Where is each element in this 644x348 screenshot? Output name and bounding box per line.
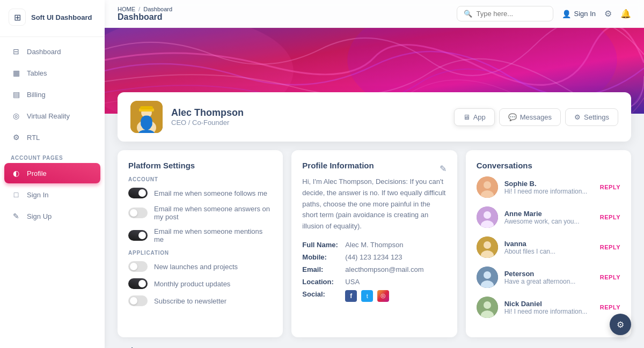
sign-in-button[interactable]: 👤 Sign In (562, 10, 596, 18)
edit-profile-icon[interactable]: ✎ (440, 164, 447, 174)
info-row-social: Social: f t ◎ (302, 290, 446, 302)
info-row-fullname: Full Name: Alec M. Thompson (302, 241, 446, 249)
profile-bio: Hi, I'm Alec Thompson, Decisions: If you… (302, 176, 446, 232)
toggle-launches-label: New launches and projects (154, 263, 238, 271)
vr-icon: ◎ (11, 110, 21, 121)
social-icons: f t ◎ (345, 290, 389, 302)
reply-button-ivanna[interactable]: REPLY (600, 244, 620, 250)
dashboard-icon: ⊟ (11, 46, 21, 57)
sidebar-item-rtl[interactable]: ⚙ RTL (4, 127, 100, 147)
tab-settings-icon: ⚙ (574, 113, 581, 121)
user-icon: 👤 (562, 10, 571, 18)
rtl-icon: ⚙ (11, 132, 21, 143)
conv-preview-sophie: Hi! I need more information... (504, 188, 594, 195)
notifications-icon[interactable]: 🔔 (620, 9, 631, 19)
tab-app-label: App (473, 113, 486, 121)
topbar-right: 🔍 👤 Sign In ⚙ 🔔 (457, 6, 631, 21)
conversations-card: Conversations Sophie B. Hi! I need more … (466, 150, 631, 337)
conversation-item: Anne Marie Awesome work, can you... REPL… (477, 206, 620, 228)
info-label-social: Social: (302, 290, 345, 302)
reply-button-peterson[interactable]: REPLY (600, 274, 620, 280)
account-label: ACCOUNT (128, 176, 272, 182)
sidebar-item-label: Tables (27, 69, 47, 77)
info-row-mobile: Mobile: (44) 123 1234 123 (302, 253, 446, 261)
toggle-launches[interactable] (128, 261, 148, 272)
toggle-row-newsletter: Subscribe to newsletter (128, 295, 272, 306)
tab-settings[interactable]: ⚙ Settings (565, 108, 618, 126)
tab-app[interactable]: 🖥 App (454, 108, 495, 126)
sidebar-item-profile[interactable]: ◐ Profile (4, 163, 100, 183)
conv-preview-ivanna: About files I can... (504, 248, 594, 255)
tables-icon: ▦ (11, 68, 21, 78)
toggle-row-updates: Monthly product updates (128, 278, 272, 289)
signin-icon: □ (11, 189, 21, 200)
reply-button-anne[interactable]: REPLY (600, 214, 620, 220)
conv-info-sophie: Sophie B. Hi! I need more information... (504, 180, 594, 195)
sidebar-item-signin[interactable]: □ Sign In (4, 184, 100, 205)
sidebar-item-billing[interactable]: ▤ Billing (4, 84, 100, 105)
svg-point-5 (137, 120, 156, 133)
toggle-newsletter-label: Subscribe to newsletter (154, 297, 226, 305)
conv-avatar-nick (477, 297, 498, 318)
conv-name-peterson: Peterson (504, 270, 594, 278)
reply-button-nick[interactable]: REPLY (600, 304, 620, 310)
reply-button-sophie[interactable]: REPLY (600, 184, 620, 190)
facebook-icon[interactable]: f (345, 290, 357, 302)
breadcrumb: HOME / Dashboard Dashboard (118, 6, 172, 22)
brand-name: Soft UI Dashboard (31, 13, 92, 21)
sidebar-item-label: Sign In (27, 191, 48, 199)
projects-title: Projects (118, 346, 631, 348)
toggle-row-launches: New launches and projects (128, 261, 272, 272)
toggle-mentions[interactable] (128, 230, 148, 241)
conv-preview-peterson: Have a great afternoon... (504, 278, 594, 285)
billing-icon: ▤ (11, 89, 21, 100)
breadcrumb-current: Dashboard (143, 6, 172, 12)
profile-information-card: Profile Information ✎ Hi, I'm Alec Thomp… (291, 150, 457, 337)
sidebar-item-dashboard[interactable]: ⊟ Dashboard (4, 41, 100, 62)
toggle-row-mentions: Email me when someone mentions me (128, 227, 272, 243)
messages-icon: 💬 (508, 113, 517, 121)
profile-name: Alec Thompson (171, 107, 445, 119)
toggle-follows[interactable] (128, 188, 148, 198)
content-area: Alec Thompson CEO / Co-Founder 🖥 App 💬 M… (105, 28, 644, 348)
settings-fab-button[interactable]: ⚙ (610, 314, 631, 335)
brand-icon: ⊞ (9, 9, 26, 26)
sidebar-item-virtual-reality[interactable]: ◎ Virtual Reality (4, 106, 100, 126)
main-content: HOME / Dashboard Dashboard 🔍 👤 Sign In ⚙… (105, 0, 644, 348)
profile-icon: ◐ (11, 168, 21, 179)
tab-settings-label: Settings (584, 113, 609, 121)
conv-avatar-sophie (477, 176, 498, 198)
search-box[interactable]: 🔍 (457, 6, 553, 21)
svg-point-21 (484, 301, 491, 309)
conv-avatar-anne (477, 206, 498, 228)
sidebar-item-label: Sign Up (27, 212, 52, 220)
info-label-location: Location: (302, 278, 345, 286)
sidebar-item-signup[interactable]: ✎ Sign Up (4, 206, 100, 226)
settings-icon[interactable]: ⚙ (604, 9, 612, 19)
conv-preview-nick: Hi! I need more information... (504, 308, 594, 315)
instagram-icon[interactable]: ◎ (377, 290, 389, 302)
tab-messages[interactable]: 💬 Messages (499, 108, 561, 126)
sidebar-item-tables[interactable]: ▦ Tables (4, 63, 100, 83)
twitter-icon[interactable]: t (361, 290, 373, 302)
toggle-newsletter[interactable] (128, 295, 148, 306)
profile-card: Alec Thompson CEO / Co-Founder 🖥 App 💬 M… (118, 92, 631, 142)
toggle-updates[interactable] (128, 278, 148, 289)
search-input[interactable] (477, 10, 546, 18)
search-icon: 🔍 (464, 10, 472, 18)
svg-point-9 (484, 181, 491, 189)
conversation-item: Ivanna About files I can... REPLY (477, 236, 620, 258)
app-icon: 🖥 (463, 113, 470, 121)
toggle-answers[interactable] (128, 208, 148, 218)
page-title: Dashboard (118, 12, 172, 22)
breadcrumb-path: HOME / Dashboard (118, 6, 172, 12)
account-section-label: ACCOUNT PAGES (4, 149, 100, 163)
toggle-follows-label: Email me when someone follows me (154, 189, 267, 197)
info-label-fullname: Full Name: (302, 241, 345, 249)
profile-info: Alec Thompson CEO / Co-Founder (171, 107, 445, 127)
conv-info-ivanna: Ivanna About files I can... (504, 240, 594, 255)
breadcrumb-home: HOME (118, 6, 135, 12)
conversation-item: Peterson Have a great afternoon... REPLY (477, 266, 620, 288)
sidebar-item-label: Billing (27, 91, 46, 99)
platform-settings-card: Platform Settings ACCOUNT Email me when … (118, 150, 283, 337)
